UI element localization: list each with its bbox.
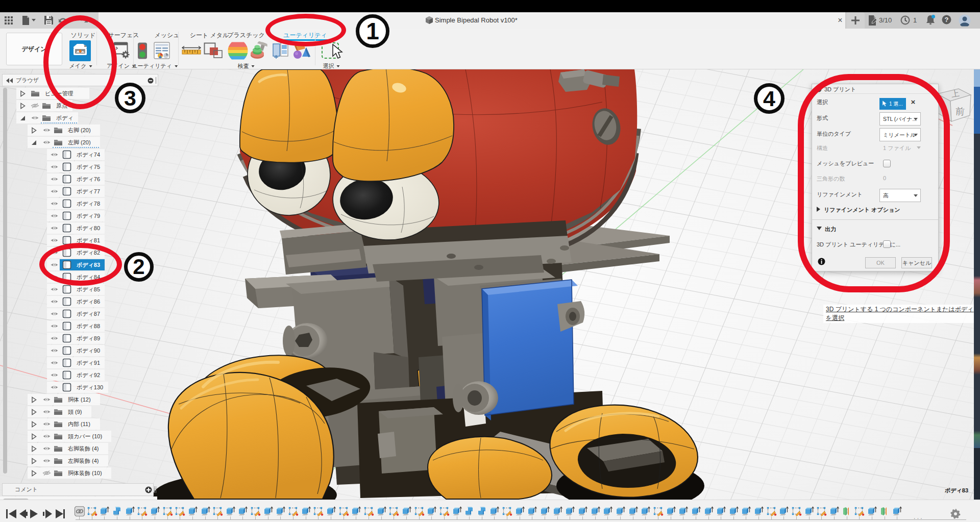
svg-text:前: 前 [955,106,965,117]
svg-text:上: 上 [950,89,960,99]
svg-text:?: ? [945,16,949,23]
